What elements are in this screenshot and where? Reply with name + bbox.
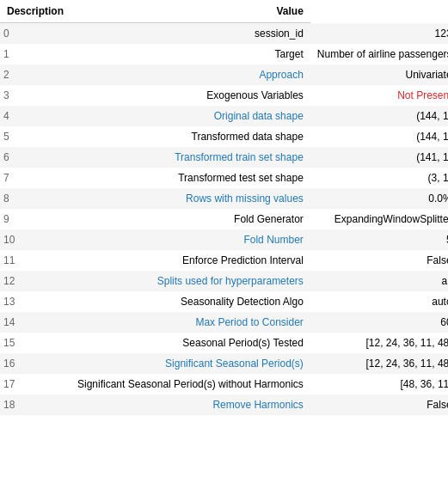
row-description: Transformed test set shape <box>71 168 310 188</box>
row-index: 9 <box>0 209 71 229</box>
row-index: 15 <box>0 333 71 353</box>
row-value: [12, 24, 36, 11, 48] <box>310 353 448 374</box>
row-value: (3, 1) <box>310 168 448 188</box>
row-value: 0.0% <box>310 188 448 209</box>
row-value: 5 <box>310 229 448 250</box>
table-row: 9Fold GeneratorExpandingWindowSplitter <box>0 209 448 229</box>
table-row: 4Original data shape(144, 1) <box>0 106 448 126</box>
table-row: 10Fold Number5 <box>0 229 448 250</box>
row-index: 18 <box>0 394 71 415</box>
row-description: Splits used for hyperparameters <box>71 271 310 291</box>
row-index: 10 <box>0 229 71 250</box>
row-index: 14 <box>0 312 71 333</box>
row-description: Significant Seasonal Period(s) <box>71 353 310 374</box>
row-description: Rows with missing values <box>71 188 310 209</box>
row-description: Enforce Prediction Interval <box>71 250 310 271</box>
info-table: Description Value 0session_id1231TargetN… <box>0 0 448 415</box>
row-value: (144, 1) <box>310 126 448 147</box>
row-value: Number of airline passengers <box>310 44 448 64</box>
row-index: 5 <box>0 126 71 147</box>
row-description: Fold Number <box>71 229 310 250</box>
table-row: 7Transformed test set shape(3, 1) <box>0 168 448 188</box>
row-index: 12 <box>0 271 71 291</box>
row-index: 7 <box>0 168 71 188</box>
row-description: Seasonality Detection Algo <box>71 291 310 312</box>
table-row: 2ApproachUnivariate <box>0 64 448 85</box>
row-description: Transformed data shape <box>71 126 310 147</box>
row-index: 11 <box>0 250 71 271</box>
table-row: 13Seasonality Detection Algoauto <box>0 291 448 312</box>
row-index: 0 <box>0 23 71 45</box>
row-value: ExpandingWindowSplitter <box>310 209 448 229</box>
row-value: [48, 36, 11] <box>310 374 448 394</box>
row-value: False <box>310 250 448 271</box>
row-description: session_id <box>71 23 310 45</box>
table-row: 12Splits used for hyperparametersall <box>0 271 448 291</box>
row-index: 6 <box>0 147 71 168</box>
row-description: Remove Harmonics <box>71 394 310 415</box>
table-row: 0session_id123 <box>0 23 448 45</box>
row-description: Original data shape <box>71 106 310 126</box>
header-value: Value <box>71 0 310 23</box>
row-index: 17 <box>0 374 71 394</box>
header-description: Description <box>0 0 71 23</box>
table-row: 18Remove HarmonicsFalse <box>0 394 448 415</box>
table-row: 15Seasonal Period(s) Tested[12, 24, 36, … <box>0 333 448 353</box>
row-value: (144, 1) <box>310 106 448 126</box>
row-value: Not Present <box>310 85 448 106</box>
row-index: 4 <box>0 106 71 126</box>
row-description: Exogenous Variables <box>71 85 310 106</box>
table-row: 5Transformed data shape(144, 1) <box>0 126 448 147</box>
row-value: (141, 1) <box>310 147 448 168</box>
row-description: Target <box>71 44 310 64</box>
row-value: 123 <box>310 23 448 45</box>
row-index: 13 <box>0 291 71 312</box>
row-description: Seasonal Period(s) Tested <box>71 333 310 353</box>
table-row: 6Transformed train set shape(141, 1) <box>0 147 448 168</box>
table-row: 1TargetNumber of airline passengers <box>0 44 448 64</box>
row-index: 16 <box>0 353 71 374</box>
table-row: 8Rows with missing values0.0% <box>0 188 448 209</box>
row-value: auto <box>310 291 448 312</box>
row-value: 60 <box>310 312 448 333</box>
row-index: 2 <box>0 64 71 85</box>
row-description: Significant Seasonal Period(s) without H… <box>71 374 310 394</box>
row-value: False <box>310 394 448 415</box>
row-index: 1 <box>0 44 71 64</box>
row-value: [12, 24, 36, 11, 48] <box>310 333 448 353</box>
row-index: 3 <box>0 85 71 106</box>
row-value: all <box>310 271 448 291</box>
table-row: 14Max Period to Consider60 <box>0 312 448 333</box>
row-value: Univariate <box>310 64 448 85</box>
table-row: 11Enforce Prediction IntervalFalse <box>0 250 448 271</box>
row-description: Transformed train set shape <box>71 147 310 168</box>
row-index: 8 <box>0 188 71 209</box>
table-row: 3Exogenous VariablesNot Present <box>0 85 448 106</box>
row-description: Max Period to Consider <box>71 312 310 333</box>
row-description: Fold Generator <box>71 209 310 229</box>
row-description: Approach <box>71 64 310 85</box>
table-row: 17Significant Seasonal Period(s) without… <box>0 374 448 394</box>
table-row: 16Significant Seasonal Period(s)[12, 24,… <box>0 353 448 374</box>
